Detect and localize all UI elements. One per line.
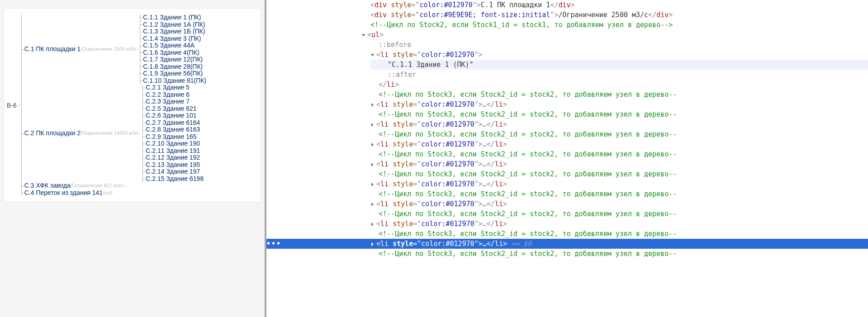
dom-line[interactable]: ::before bbox=[370, 40, 868, 50]
expand-icon[interactable] bbox=[371, 222, 374, 226]
tree-leaf-label[interactable]: С.2.8 Здание 6163 bbox=[146, 126, 200, 133]
tree-leaf[interactable]: С.1.2 Здание 1А (ПК) bbox=[143, 21, 206, 28]
dom-line[interactable]: <!--Цикл по Stock3, если Stock2_id = sto… bbox=[370, 109, 868, 119]
tree-leaf-label[interactable]: С.1.8 Здание 28(ПК) bbox=[143, 63, 203, 71]
tree-leaf[interactable]: С.1.6 Здание 4(ПК) bbox=[143, 49, 206, 57]
dom-line[interactable]: </li> bbox=[370, 80, 868, 90]
expand-icon[interactable] bbox=[371, 143, 374, 147]
tree-leaf[interactable]: С.1.10 Здание 81(ПК) bbox=[143, 77, 206, 85]
tree-leaf-label[interactable]: С.1.3 Здание 1Б (ПК) bbox=[143, 28, 205, 35]
tree-leaf[interactable]: С.2.8 Здание 6163 bbox=[146, 126, 204, 133]
tree-leaf[interactable]: С.1.9 Здание 56(ПК) bbox=[143, 70, 206, 77]
ellipsis[interactable]: … bbox=[483, 100, 487, 109]
tree-leaf-label[interactable]: С.2.5 Здание 621 bbox=[146, 105, 196, 113]
tree-leaf-label[interactable]: С.1.9 Здание 56(ПК) bbox=[143, 70, 203, 77]
tree-leaf[interactable]: С.2.6 Здание 101 bbox=[146, 112, 204, 119]
expand-icon[interactable] bbox=[371, 183, 374, 186]
tree-leaf[interactable]: С.2.1 Здание 5 bbox=[146, 84, 204, 91]
tree-leaf-label[interactable]: С.2.6 Здание 101 bbox=[146, 112, 196, 119]
tree-leaf-label[interactable]: С.1.1 Здание 1 (ПК) bbox=[143, 14, 201, 21]
tree-node-label[interactable]: С.3 ХФК завода bbox=[24, 182, 71, 189]
dom-line[interactable]: <!--Цикл по Stock3, если Stock2_id = sto… bbox=[370, 189, 868, 199]
tree-leaf-label[interactable]: С.1.6 Здание 4(ПК) bbox=[143, 49, 199, 57]
tree-leaf-label[interactable]: С.2.15 Здание 6198 bbox=[146, 175, 204, 183]
ellipsis[interactable]: … bbox=[483, 240, 487, 248]
dom-line[interactable]: <li style="color:#012970">…</li> bbox=[370, 119, 868, 129]
tree-leaf[interactable]: С.1.3 Здание 1Б (ПК) bbox=[143, 28, 206, 35]
expand-icon[interactable] bbox=[371, 54, 375, 56]
tree-leaf[interactable]: С.1.1 Здание 1 (ПК) bbox=[143, 14, 206, 21]
tree-node-label[interactable]: С.2 ПК площадки 2 bbox=[24, 130, 81, 137]
tree-node[interactable]: С.3 ХФК завода /Ограничение 427 м3/с- bbox=[24, 182, 206, 189]
tree-node[interactable]: С.4 Переток из здания 141 /null- bbox=[24, 189, 206, 197]
dom-line[interactable]: <li style="color:#012970"> bbox=[370, 50, 868, 60]
dom-line-selected[interactable]: ••• <li style="color:#012970">…</li> == … bbox=[266, 239, 868, 249]
dom-line[interactable]: <!--Цикл по Stock3, если Stock2_id = sto… bbox=[370, 90, 868, 99]
tree-leaf[interactable]: С.2.2 Здание 6 bbox=[146, 91, 204, 99]
tree-leaf-label[interactable]: С.1.4 Здание 3 (ПК) bbox=[143, 35, 201, 43]
tree-node[interactable]: С.2 ПК площадки 2 /Ограничение 14800 м3/… bbox=[24, 130, 142, 137]
ellipsis[interactable]: … bbox=[483, 160, 487, 168]
tree-leaf-label[interactable]: С.2.14 Здание 197 bbox=[146, 168, 200, 175]
tree-leaf-label[interactable]: С.2.7 Здание 6164 bbox=[146, 119, 200, 127]
tree-root[interactable]: В-6 bbox=[7, 102, 18, 109]
tree-leaf-label[interactable]: С.2.9 Здание 165 bbox=[146, 133, 196, 141]
tree-leaf-label[interactable]: С.2.3 Здание 7 bbox=[146, 98, 190, 105]
tree-leaf[interactable]: С.2.3 Здание 7 bbox=[146, 98, 204, 105]
expand-icon[interactable] bbox=[371, 203, 374, 206]
dom-line[interactable]: <!--Цикл по Stock3, если Stock2_id = sto… bbox=[370, 149, 868, 159]
expand-icon[interactable] bbox=[362, 34, 365, 36]
tree-leaf-label[interactable]: С.1.5 Здание 44А bbox=[143, 42, 194, 49]
expand-icon[interactable] bbox=[371, 123, 374, 127]
dom-line[interactable]: <!--Цикл по Stock3, если Stock2_id = sto… bbox=[370, 249, 868, 259]
dom-line[interactable]: <li style="color:#012970">…</li> bbox=[370, 159, 868, 169]
dom-line[interactable]: <!--Цикл по Stock3, если Stock2_id = sto… bbox=[370, 129, 868, 139]
tree-leaf[interactable]: С.2.13 Здание 195 bbox=[146, 161, 204, 169]
tree-leaf-label[interactable]: С.2.11 Здание 191 bbox=[146, 147, 200, 155]
tree-leaf-label[interactable]: С.2.13 Здание 195 bbox=[146, 161, 200, 169]
tree-leaf[interactable]: С.1.4 Здание 3 (ПК) bbox=[143, 35, 206, 43]
ellipsis[interactable]: … bbox=[483, 200, 487, 208]
tree-node-label[interactable]: С.4 Переток из здания 141 bbox=[24, 189, 103, 197]
dom-line[interactable]: <li style="color:#012970">…</li> bbox=[370, 219, 868, 229]
tree-leaf[interactable]: С.2.10 Здание 190 bbox=[146, 140, 204, 147]
tree-leaf[interactable]: С.1.8 Здание 28(ПК) bbox=[143, 63, 206, 71]
ellipsis[interactable]: … bbox=[483, 120, 487, 128]
tree-leaf[interactable]: С.2.5 Здание 621 bbox=[146, 105, 204, 113]
tree-leaf[interactable]: С.1.5 Здание 44А bbox=[143, 42, 206, 49]
overflow-icon[interactable]: ••• bbox=[266, 239, 281, 249]
tree-leaf[interactable]: С.2.11 Здание 191 bbox=[146, 147, 204, 155]
dom-line[interactable]: ::after bbox=[370, 70, 868, 80]
tree-leaf-label[interactable]: С.1.2 Здание 1А (ПК) bbox=[143, 21, 205, 28]
tree-leaf-label[interactable]: С.1.7 Здание 12(ПК) bbox=[143, 56, 203, 63]
dom-line[interactable]: <li style="color:#012970">…</li> bbox=[370, 139, 868, 149]
tree-leaf-label[interactable]: С.2.10 Здание 190 bbox=[146, 140, 200, 147]
ellipsis[interactable]: … bbox=[483, 140, 487, 148]
tree-leaf[interactable]: С.2.14 Здание 197 bbox=[146, 168, 204, 175]
dom-tree[interactable]: <div style="color:#012970">С.1 ПК площад… bbox=[266, 0, 868, 259]
dom-line[interactable]: <li style="color:#012970">…</li> bbox=[370, 99, 868, 109]
dom-line[interactable]: <div style="color:#9E9E9E; font-size:ini… bbox=[370, 10, 868, 20]
tree-leaf-label[interactable]: С.2.12 Здание 192 bbox=[146, 154, 200, 161]
tree-node-label[interactable]: С.1 ПК площадки 1 bbox=[24, 46, 81, 53]
dom-line[interactable]: <li style="color:#012970">…</li> bbox=[370, 179, 868, 189]
expand-icon[interactable] bbox=[371, 242, 374, 246]
tree-node[interactable]: С.1 ПК площадки 1 /Ограничение 2500 м3/с… bbox=[24, 46, 140, 53]
tree-leaf-label[interactable]: С.2.1 Здание 5 bbox=[146, 84, 190, 91]
expand-icon[interactable] bbox=[371, 163, 374, 166]
tree-leaf[interactable]: С.2.15 Здание 6198 bbox=[146, 175, 204, 183]
dom-line[interactable]: <div style="color:#012970">С.1 ПК площад… bbox=[370, 0, 868, 10]
dom-line[interactable]: <!--Цикл по Stock3, если Stock2_id = sto… bbox=[370, 229, 868, 239]
tree-leaf-label[interactable]: С.2.2 Здание 6 bbox=[146, 91, 190, 99]
expand-icon[interactable] bbox=[371, 103, 374, 107]
dom-line-highlighted[interactable]: "С.1.1 Здание 1 (ПК)" bbox=[370, 60, 868, 70]
dom-line[interactable]: <!--Цикл по Stock3, если Stock2_id = sto… bbox=[370, 209, 868, 219]
dom-line[interactable]: <li style="color:#012970">…</li> bbox=[370, 199, 868, 209]
tree-leaf[interactable]: С.2.9 Здание 165 bbox=[146, 133, 204, 141]
tree-leaf[interactable]: С.2.12 Здание 192 bbox=[146, 154, 204, 161]
ellipsis[interactable]: … bbox=[483, 220, 487, 228]
devtools-panel[interactable]: <div style="color:#012970">С.1 ПК площад… bbox=[265, 0, 868, 317]
dom-line[interactable]: <!--Цикл по Stock3, если Stock2_id = sto… bbox=[370, 169, 868, 179]
ellipsis[interactable]: … bbox=[483, 180, 487, 188]
tree-leaf[interactable]: С.2.7 Здание 6164 bbox=[146, 119, 204, 127]
